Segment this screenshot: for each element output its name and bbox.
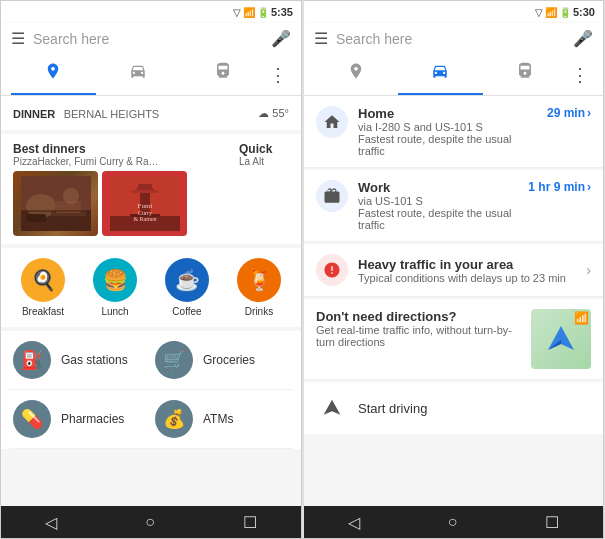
home-sub: Fastest route, despite the usual traffic — [358, 133, 537, 157]
traffic-info: Heavy traffic in your area Typical condi… — [358, 257, 576, 284]
pharmacy-label: Pharmacies — [61, 412, 124, 426]
quick-title: Quick — [239, 142, 289, 156]
right-tab-explore[interactable] — [314, 54, 398, 95]
work-via: via US-101 S — [358, 195, 518, 207]
restaurant-image-2: Fumi Curry & Ramen — [102, 171, 187, 236]
lunch-icon: 🍔 — [93, 258, 137, 302]
right-home-button[interactable]: ○ — [448, 513, 458, 531]
svg-marker-13 — [136, 187, 154, 190]
right-status-bar: ▽ 📶 🔋 5:30 — [304, 1, 603, 23]
right-nav-tabs: ⋮ — [304, 54, 603, 96]
left-search-bar: ☰ Search here 🎤 — [1, 23, 301, 54]
back-button[interactable]: ◁ — [45, 513, 57, 532]
dinner-location: BERNAL HEIGHTS — [64, 108, 160, 120]
home-chevron-icon: › — [587, 106, 591, 120]
right-mic-icon[interactable]: 🎤 — [573, 29, 593, 48]
home-route-time: 29 min › — [547, 106, 591, 120]
groceries-label: Groceries — [203, 353, 255, 367]
groceries-icon: 🛒 — [155, 341, 193, 379]
category-lunch[interactable]: 🍔 Lunch — [81, 258, 149, 317]
restaurant-info: Best dinners PizzaHacker, Fumi Curry & R… — [13, 142, 231, 236]
right-tab-drive[interactable] — [398, 54, 482, 95]
category-coffee[interactable]: ☕ Coffee — [153, 258, 221, 317]
home-button[interactable]: ○ — [145, 513, 155, 531]
restaurant-images: Fumi Curry & Ramen — [13, 171, 231, 236]
right-search-input[interactable]: Search here — [336, 31, 565, 47]
left-nav-tabs: ⋮ — [1, 54, 301, 96]
categories-grid: 🍳 Breakfast 🍔 Lunch ☕ Coffee 🍹 Drinks — [1, 248, 301, 327]
svg-text:& Ramen: & Ramen — [133, 216, 156, 222]
dinner-weather: ☁ 55° — [258, 107, 289, 120]
work-chevron-icon: › — [587, 180, 591, 194]
traffic-chevron-icon: › — [586, 262, 591, 278]
breakfast-label: Breakfast — [22, 306, 64, 317]
location-icon: ▽ — [233, 7, 241, 18]
home-route-info: Home via I-280 S and US-101 S Fastest ro… — [358, 106, 537, 157]
more-options-icon[interactable]: ⋮ — [265, 56, 291, 94]
quick-sub: La Alt — [239, 156, 289, 167]
gas-icon: ⛽ — [13, 341, 51, 379]
right-recents-button[interactable]: ☐ — [545, 513, 559, 532]
restaurant-image-1 — [13, 171, 98, 236]
restaurant-card[interactable]: Best dinners PizzaHacker, Fumi Curry & R… — [1, 134, 301, 244]
work-route-time: 1 hr 9 min › — [528, 180, 591, 194]
traffic-alert-card[interactable]: Heavy traffic in your area Typical condi… — [304, 244, 603, 297]
battery-icon: 🔋 — [257, 7, 269, 18]
atm-label: ATMs — [203, 412, 233, 426]
svg-rect-12 — [132, 190, 158, 193]
svg-rect-10 — [138, 184, 152, 187]
coffee-icon: ☕ — [165, 258, 209, 302]
home-route-icon — [316, 106, 348, 138]
right-time: 5:30 — [573, 6, 595, 18]
start-driving-icon — [316, 392, 348, 424]
recents-button[interactable]: ☐ — [243, 513, 257, 532]
category-drinks[interactable]: 🍹 Drinks — [225, 258, 293, 317]
work-route-card[interactable]: Work via US-101 S Fastest route, despite… — [304, 170, 603, 242]
home-route-card[interactable]: Home via I-280 S and US-101 S Fastest ro… — [304, 96, 603, 168]
start-driving-card[interactable]: Start driving — [304, 382, 603, 434]
category-breakfast[interactable]: 🍳 Breakfast — [9, 258, 77, 317]
gas-stations-item[interactable]: ⛽ Gas stations — [9, 331, 151, 390]
tab-drive[interactable] — [96, 54, 181, 95]
pharmacy-icon: 💊 — [13, 400, 51, 438]
coffee-label: Coffee — [172, 306, 201, 317]
left-search-input[interactable]: Search here — [33, 31, 263, 47]
gas-label: Gas stations — [61, 353, 128, 367]
left-status-bar: ▽ 📶 🔋 5:35 — [1, 1, 301, 23]
right-tab-transit[interactable] — [483, 54, 567, 95]
work-route-name: Work — [358, 180, 518, 195]
right-hamburger-icon[interactable]: ☰ — [314, 29, 328, 48]
lunch-label: Lunch — [101, 306, 128, 317]
no-dir-sub: Get real-time traffic info, without turn… — [316, 324, 521, 348]
right-more-options-icon[interactable]: ⋮ — [567, 56, 593, 94]
left-status-icons: ▽ 📶 🔋 5:35 — [233, 6, 293, 18]
restaurant-photo-2: Fumi Curry & Ramen — [102, 171, 187, 236]
atms-item[interactable]: 💰 ATMs — [151, 390, 293, 449]
right-back-button[interactable]: ◁ — [348, 513, 360, 532]
mic-icon[interactable]: 🎤 — [271, 29, 291, 48]
best-dinners-title: Best dinners — [13, 142, 231, 156]
no-directions-card[interactable]: Don't need directions? Get real-time tra… — [304, 299, 603, 380]
no-directions-info: Don't need directions? Get real-time tra… — [316, 309, 521, 348]
dinner-title: DINNER — [13, 108, 55, 120]
breakfast-icon: 🍳 — [21, 258, 65, 302]
home-via: via I-280 S and US-101 S — [358, 121, 537, 133]
traffic-title: Heavy traffic in your area — [358, 257, 576, 272]
tab-transit[interactable] — [180, 54, 265, 95]
no-dir-title: Don't need directions? — [316, 309, 521, 324]
work-route-info: Work via US-101 S Fastest route, despite… — [358, 180, 518, 231]
groceries-item[interactable]: 🛒 Groceries — [151, 331, 293, 390]
restaurant-names: PizzaHacker, Fumi Curry & Ramen, The Fro… — [13, 156, 163, 167]
quick-col: Quick La Alt — [239, 142, 289, 167]
wifi-icon: 📶 — [243, 7, 255, 18]
home-route-name: Home — [358, 106, 537, 121]
pharmacies-item[interactable]: 💊 Pharmacies — [9, 390, 151, 449]
list-items: ⛽ Gas stations 🛒 Groceries 💊 Pharmacies … — [1, 331, 301, 449]
left-bottom-nav: ◁ ○ ☐ — [1, 506, 301, 538]
right-battery-icon: 🔋 — [559, 7, 571, 18]
wifi-signal-map-icon: 📶 — [574, 311, 589, 325]
hamburger-menu-icon[interactable]: ☰ — [11, 29, 25, 48]
svg-rect-3 — [26, 214, 46, 222]
traffic-icon — [316, 254, 348, 286]
tab-explore[interactable] — [11, 54, 96, 95]
